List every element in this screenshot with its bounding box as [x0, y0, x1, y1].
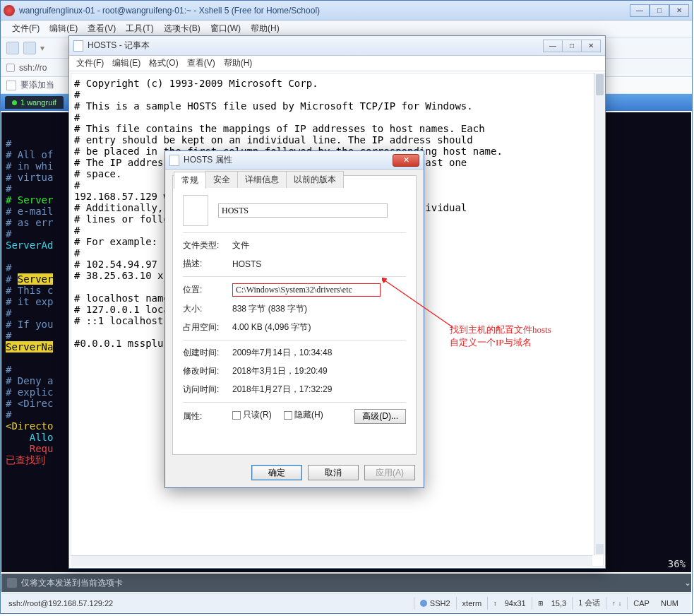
notepad-title: HOSTS - 记事本 [88, 40, 539, 52]
np-maximize-button[interactable]: □ [562, 40, 582, 52]
xshell-title: wangruifenglinux-01 - root@wangruifeng-0… [19, 6, 630, 16]
label-size: 大小: [183, 303, 232, 315]
scroll-percent: 36% [668, 558, 686, 569]
label-disk: 占用空间: [183, 321, 232, 333]
scroll-thumb[interactable] [596, 74, 604, 95]
file-icon [169, 155, 179, 166]
label-atime: 访问时间: [183, 384, 232, 396]
xshell-app-icon [4, 5, 15, 16]
label-attr: 属性: [183, 410, 232, 422]
status-pos: 15,3 [551, 599, 566, 608]
value-atime: 2018年1月27日，17:32:29 [232, 384, 406, 396]
send-arrow-icon[interactable] [7, 578, 17, 588]
menu-view[interactable]: 查看(V) [88, 23, 116, 35]
properties-close-button[interactable]: ✕ [393, 154, 419, 167]
status-size: 94x31 [505, 599, 526, 608]
status-address: ssh://root@192.168.57.129:22 [8, 599, 414, 608]
tab-details[interactable]: 详细信息 [237, 171, 287, 188]
file-large-icon [183, 195, 208, 226]
status-bar: ssh://root@192.168.57.129:22 SSH2 xterm … [1, 593, 691, 612]
notepad-titlebar[interactable]: HOSTS - 记事本 — □ ✕ [69, 36, 605, 56]
tab-general[interactable]: 常规 [174, 172, 206, 189]
value-location: C:\Windows\System32\drivers\etc [232, 283, 381, 297]
np-menu-help[interactable]: 帮助(H) [224, 57, 253, 69]
menu-tab[interactable]: 选项卡(B) [164, 23, 201, 35]
label-location: 位置: [183, 284, 232, 296]
menu-edit[interactable]: 编辑(E) [49, 23, 78, 35]
label-ctime: 创建时间: [183, 347, 232, 359]
np-horizontal-scrollbar[interactable] [71, 555, 592, 567]
notepad-icon [73, 40, 83, 52]
properties-dialog: HOSTS 属性 ✕ 常规 安全 详细信息 以前的版本 文件类型:文件 描述:H… [164, 150, 424, 488]
close-button[interactable]: ✕ [669, 4, 689, 17]
np-menu-file[interactable]: 文件(F) [76, 57, 104, 69]
link-icon [420, 600, 427, 607]
xshell-titlebar[interactable]: wangruifenglinux-01 - root@wangruifeng-0… [1, 1, 692, 20]
scroll-down-icon[interactable] [596, 544, 604, 554]
anno-line2: 自定义一个IP与域名 [450, 336, 551, 349]
status-sessions: 1 会话 [572, 597, 606, 610]
properties-panel: 文件类型:文件 描述:HOSTS 位置:C:\Windows\System32\… [172, 175, 417, 455]
tab-label: 1 wangruif [20, 98, 56, 107]
notepad-menubar: 文件(F) 编辑(E) 格式(O) 查看(V) 帮助(H) [69, 56, 605, 71]
label-desc: 描述: [183, 258, 232, 270]
status-term: xterm [456, 597, 488, 610]
maximize-button[interactable]: □ [650, 4, 669, 17]
open-icon[interactable] [23, 42, 36, 54]
label-type: 文件类型: [183, 239, 232, 251]
value-type: 文件 [232, 239, 406, 251]
cancel-button[interactable]: 取消 [308, 465, 359, 480]
value-disk: 4.00 KB (4,096 字节) [232, 321, 406, 333]
annotation-text: 找到主机的配置文件hosts 自定义一个IP与域名 [450, 324, 551, 349]
status-ssh: SSH2 [430, 599, 450, 608]
tab-security[interactable]: 安全 [205, 171, 238, 188]
np-menu-view[interactable]: 查看(V) [187, 57, 215, 69]
properties-titlebar[interactable]: HOSTS 属性 ✕ [165, 151, 424, 170]
compose-chevron-icon[interactable]: ⌄ [684, 578, 691, 588]
np-menu-edit[interactable]: 编辑(E) [112, 57, 140, 69]
properties-tabs: 常规 安全 详细信息 以前的版本 [174, 171, 343, 188]
np-menu-format[interactable]: 格式(O) [149, 57, 178, 69]
menu-window[interactable]: 窗口(W) [210, 23, 241, 35]
readonly-checkbox[interactable]: 只读(R) [232, 409, 272, 421]
compose-bar[interactable]: 仅将文本发送到当前选项卡 ⌄ [1, 574, 691, 592]
minimize-button[interactable]: — [630, 4, 650, 17]
value-ctime: 2009年7月14日，10:34:48 [232, 347, 406, 359]
value-mtime: 2018年3月1日，19:20:49 [232, 365, 406, 377]
anno-line1: 找到主机的配置文件hosts [450, 324, 551, 336]
value-desc: HOSTS [232, 259, 406, 269]
status-cap: CAP [627, 597, 655, 610]
tip-text: 要添加当 [20, 79, 54, 91]
hidden-checkbox[interactable]: 隐藏(H) [284, 409, 323, 421]
connected-dot-icon [12, 100, 17, 105]
menu-file[interactable]: 文件(F) [12, 23, 40, 35]
advanced-button[interactable]: 高级(D)... [354, 409, 406, 424]
menu-help[interactable]: 帮助(H) [251, 23, 280, 35]
filename-input[interactable] [218, 203, 388, 218]
ok-button[interactable]: 确定 [251, 465, 302, 480]
apply-button[interactable]: 应用(A) [364, 465, 415, 480]
value-size: 838 字节 (838 字节) [232, 303, 406, 315]
np-close-button[interactable]: ✕ [581, 40, 601, 52]
properties-title: HOSTS 属性 [184, 154, 388, 166]
np-minimize-button[interactable]: — [543, 40, 563, 52]
tab-previous[interactable]: 以前的版本 [286, 171, 344, 188]
np-vertical-scrollbar[interactable] [594, 73, 605, 555]
active-tab[interactable]: 1 wangruif [5, 96, 64, 109]
menu-tool[interactable]: 工具(T) [126, 23, 153, 35]
address-text[interactable]: ssh://ro [19, 63, 47, 73]
compose-placeholder: 仅将文本发送到当前选项卡 [21, 577, 123, 589]
lock-icon [6, 64, 15, 72]
status-num: NUM [655, 597, 684, 610]
document-icon [6, 81, 16, 90]
new-session-icon[interactable] [6, 42, 19, 54]
label-mtime: 修改时间: [183, 365, 232, 377]
